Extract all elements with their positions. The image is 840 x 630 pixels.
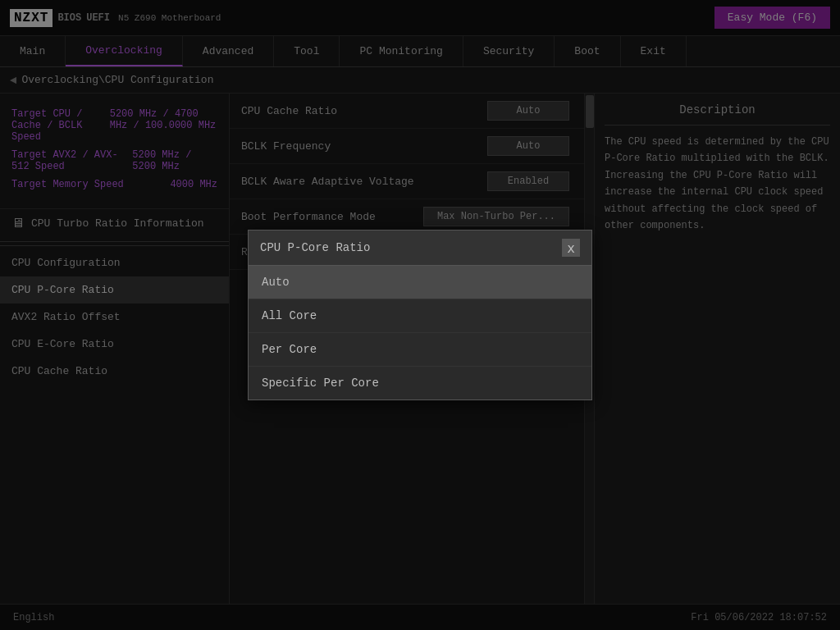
modal-close-button[interactable]: x — [562, 239, 580, 257]
modal-option-all-core[interactable]: All Core — [249, 299, 591, 333]
modal-options-list: AutoAll CorePer CoreSpecific Per Core — [249, 266, 591, 399]
modal-header: CPU P-Core Ratio x — [249, 231, 591, 266]
modal-option-specific-per-core[interactable]: Specific Per Core — [249, 367, 591, 399]
modal-dialog: CPU P-Core Ratio x AutoAll CorePer CoreS… — [248, 230, 592, 400]
modal-title: CPU P-Core Ratio — [260, 241, 370, 254]
modal-option-per-core[interactable]: Per Core — [249, 333, 591, 367]
modal-option-auto[interactable]: Auto — [249, 266, 591, 299]
modal-overlay: CPU P-Core Ratio x AutoAll CorePer CoreS… — [0, 0, 840, 630]
